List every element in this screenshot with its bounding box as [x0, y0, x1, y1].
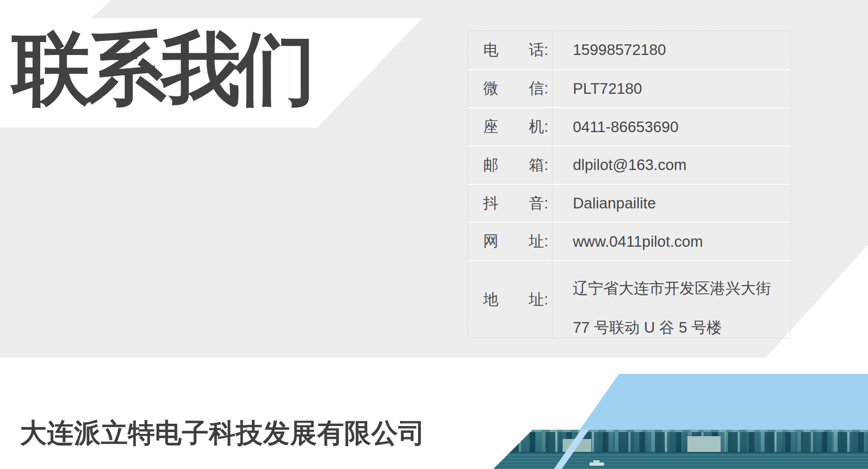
address-line-1: 辽宁省大连市开发区港兴大街 [573, 268, 771, 308]
douyin-label: 抖 音: [468, 185, 552, 222]
landline-label: 座 机: [468, 108, 552, 146]
phone-label: 电 话: [468, 31, 552, 69]
table-row-phone: 电 话: 15998572180 [468, 31, 790, 69]
label-char: 邮 [483, 155, 498, 176]
email-value: dlpilot@163.com [552, 146, 790, 184]
email-label: 邮 箱: [468, 146, 552, 184]
label-char: 机: [529, 116, 548, 137]
label-char: 座 [483, 116, 498, 137]
label-char: 址: [529, 289, 548, 310]
label-char: 地 [483, 289, 498, 310]
label-char: 音: [529, 193, 548, 214]
label-char: 电 [483, 40, 498, 61]
table-row-address: 地 址: 辽宁省大连市开发区港兴大街 77 号联动 U 谷 5 号楼 [468, 260, 790, 338]
table-row-landline: 座 机: 0411-86653690 [468, 107, 790, 146]
contact-table: 电 话: 15998572180 微 信: PLT72180 座 机: 0411… [467, 30, 791, 338]
address-label: 地 址: [468, 261, 552, 338]
table-row-wechat: 微 信: PLT72180 [468, 69, 790, 108]
city-skyline-photo [493, 430, 868, 469]
page-title: 联系我们 [12, 29, 311, 108]
label-char: 信: [529, 78, 548, 99]
phone-value: 15998572180 [552, 31, 790, 69]
company-name: 大连派立特电子科技发展有限公司 [20, 415, 425, 451]
label-char: 微 [483, 78, 498, 99]
label-char: 箱: [529, 155, 548, 176]
label-char: 抖 [483, 193, 498, 214]
boat [589, 463, 604, 466]
douyin-value: Dalianpailite [552, 185, 790, 222]
table-row-website: 网 址: www.0411pilot.com [468, 222, 790, 260]
label-char: 话: [529, 40, 548, 61]
website-value: www.0411pilot.com [552, 223, 790, 260]
light-building [687, 436, 721, 453]
address-value: 辽宁省大连市开发区港兴大街 77 号联动 U 谷 5 号楼 [552, 261, 790, 338]
table-row-douyin: 抖 音: Dalianpailite [468, 184, 790, 222]
wechat-label: 微 信: [468, 70, 552, 108]
label-char: 网 [483, 231, 498, 252]
skyline-near-buildings [493, 432, 868, 453]
address-line-2: 77 号联动 U 谷 5 号楼 [573, 308, 722, 347]
label-char: 址: [529, 231, 548, 252]
website-label: 网 址: [468, 223, 552, 260]
table-row-email: 邮 箱: dlpilot@163.com [468, 146, 790, 184]
landline-value: 0411-86653690 [552, 108, 790, 146]
harbor-water [493, 452, 868, 469]
wechat-value: PLT72180 [552, 70, 790, 108]
